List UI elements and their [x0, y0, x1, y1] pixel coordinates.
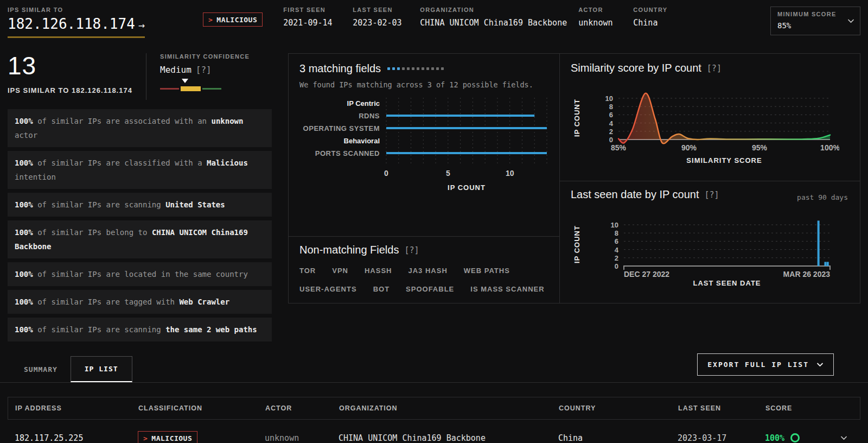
similarity-statement: 100% of similar IPs are tagged with Web …	[8, 290, 272, 314]
similarity-statement: 100% of similar IPs are scanning United …	[8, 193, 272, 217]
last-seen-value: 2023-02-03	[353, 18, 411, 28]
similarity-chart-help-icon[interactable]: [?]	[707, 64, 722, 73]
svg-text:IP Centric: IP Centric	[347, 99, 380, 107]
col-score: SCORE	[765, 404, 825, 412]
matched-field-dot	[397, 67, 400, 70]
tag-row: USER-AGENTSBOTSPOOFABLEIS MASS SCANNER	[299, 285, 548, 293]
matching-fields-chart: IP CentricRDNSOPERATING SYSTEMBehavioral…	[299, 94, 548, 195]
svg-text:LAST SEEN DATE: LAST SEEN DATE	[693, 279, 761, 287]
badge-arrow-icon: >	[208, 16, 213, 24]
malicious-badge: >MALICIOUS	[138, 431, 197, 443]
last-seen-chart: 1086420DEC 27 2022MAR 26 2023LAST SEEN D…	[571, 206, 849, 291]
unmatched-field-dot	[402, 67, 405, 70]
export-full-ip-list-button[interactable]: EXPORT FULL IP LIST	[697, 353, 834, 376]
meter-medium-segment	[181, 86, 201, 91]
target-ip-value: 182.126.118.174	[8, 16, 135, 32]
matching-fields-panel: 3 matching fields We found IPs matching …	[289, 54, 560, 303]
svg-text:90%: 90%	[681, 143, 697, 152]
confidence-label: SIMILARITY CONFIDENCE	[160, 53, 250, 60]
similar-count-stat: 13 IPS SIMILAR TO 182.126.118.174	[8, 53, 146, 100]
unmatched-field-dot	[412, 67, 414, 70]
similar-count-caption: IPS SIMILAR TO 182.126.118.174	[8, 86, 146, 94]
svg-text:0: 0	[609, 136, 613, 144]
first-seen-value: 2021-09-14	[283, 18, 344, 28]
open-ip-link-icon[interactable]: →	[138, 18, 145, 31]
col-country: COUNTRY	[559, 404, 678, 412]
non-matching-field-tag: VPN	[332, 267, 348, 275]
table-header: IP ADDRESS CLASSIFICATION ACTOR ORGANIZA…	[8, 397, 860, 420]
vertical-divider	[146, 53, 146, 100]
non-matching-field-tag: TOR	[299, 267, 316, 275]
matching-fields-title-row: 3 matching fields	[299, 62, 548, 75]
target-ip: 182.126.118.174→	[8, 14, 145, 38]
ip-header: IPS SIMILAR TO 182.126.118.174→ >MALICIO…	[0, 0, 868, 39]
actor-value: unknown	[578, 18, 624, 28]
svg-text:MAR 26 2023: MAR 26 2023	[783, 270, 831, 279]
svg-text:4: 4	[609, 119, 614, 128]
chevron-down-icon	[840, 436, 847, 440]
row-expand-button[interactable]	[840, 436, 847, 440]
svg-text:5: 5	[446, 169, 450, 178]
similar-count: 13	[8, 53, 146, 78]
table-body: 182.117.25.225>MALICIOUSunknownCHINA UNI…	[8, 420, 860, 443]
tab-ip-list[interactable]: IP LIST	[71, 356, 132, 382]
stat-row: 13 IPS SIMILAR TO 182.126.118.174 SIMILA…	[8, 53, 272, 100]
analysis-panels: 3 matching fields We found IPs matching …	[288, 53, 860, 303]
country-value: China	[633, 18, 667, 28]
ips-similar-to-label: IPS SIMILAR TO	[8, 7, 203, 13]
matching-fields-title: 3 matching fields	[299, 62, 381, 75]
non-matching-field-tag: WEB PATHS	[464, 267, 510, 275]
non-matching-field-tag: USER-AGENTS	[299, 285, 357, 293]
row-actor: unknown	[265, 433, 339, 443]
svg-text:10: 10	[611, 221, 618, 229]
non-matching-help-icon[interactable]: [?]	[404, 245, 419, 255]
non-matching-field-tag: JA3 HASH	[408, 267, 447, 275]
last-seen-field: LAST SEEN 2023-02-03	[353, 7, 411, 28]
table-row[interactable]: 182.117.25.225>MALICIOUSunknownCHINA UNI…	[8, 420, 860, 443]
unmatched-field-dot	[417, 67, 419, 70]
tabs-row: SUMMARY IP LIST EXPORT FULL IP LIST	[0, 355, 868, 383]
svg-text:0: 0	[384, 169, 388, 178]
non-matching-field-tag: IS MASS SCANNER	[470, 285, 544, 293]
first-seen-label: FIRST SEEN	[283, 7, 344, 13]
svg-text:IP COUNT: IP COUNT	[448, 183, 486, 192]
svg-text:10: 10	[506, 169, 514, 178]
row-last-seen: 2023-03-17	[678, 433, 765, 443]
row-organization: CHINA UNICOM China169 Backbone	[339, 433, 558, 443]
confidence-help-icon[interactable]: [?]	[196, 65, 212, 75]
svg-text:2: 2	[615, 254, 618, 262]
past-90-days-note: past 90 days	[797, 193, 848, 201]
badge-label: MALICIOUS	[216, 16, 257, 24]
similarity-statement: 100% of similar IPs are scanning the sam…	[8, 318, 272, 341]
tab-summary[interactable]: SUMMARY	[16, 357, 65, 382]
unmatched-field-dot	[431, 67, 434, 70]
matching-dots	[387, 67, 446, 70]
export-button-label: EXPORT FULL IP LIST	[707, 360, 809, 369]
similarity-statement: 100% of similar IPs belong to CHINA UNIC…	[8, 220, 272, 258]
non-matching-field-tag: SPOOFABLE	[406, 285, 454, 293]
minimum-score-dropdown[interactable]: MINIMUM SCORE 85%	[770, 7, 860, 35]
matched-field-dot	[387, 67, 390, 70]
non-matching-title-row: Non-matching Fields [?]	[299, 244, 548, 256]
minimum-score-value: 85%	[777, 21, 844, 30]
non-matching-tags: TORVPNHASSHJA3 HASHWEB PATHSUSER-AGENTSB…	[299, 267, 548, 293]
row-classification: >MALICIOUS	[138, 431, 265, 443]
last-seen-label: LAST SEEN	[353, 7, 411, 13]
svg-text:85%: 85%	[611, 143, 627, 152]
unmatched-field-dot	[426, 67, 429, 70]
svg-text:SIMILARITY SCORE: SIMILARITY SCORE	[686, 156, 762, 164]
col-ip-address: IP ADDRESS	[8, 404, 138, 412]
confidence-value-line: Medium[?]	[160, 65, 250, 75]
svg-text:RDNS: RDNS	[359, 112, 380, 120]
non-matching-field-tag: HASSH	[365, 267, 392, 275]
svg-text:95%: 95%	[752, 143, 768, 152]
badge-arrow-icon: >	[143, 434, 148, 442]
ip-list-table: IP ADDRESS CLASSIFICATION ACTOR ORGANIZA…	[8, 397, 860, 443]
statement-list: 100% of similar IPs are associated with …	[8, 109, 272, 341]
lastseen-chart-help-icon[interactable]: [?]	[704, 190, 719, 200]
organization-value: CHINA UNICOM China169 Backbone	[420, 18, 570, 28]
non-matching-field-tag: BOT	[373, 285, 390, 293]
svg-text:DEC 27 2022: DEC 27 2022	[624, 270, 669, 279]
unmatched-field-dot	[436, 67, 439, 70]
tag-row: TORVPNHASSHJA3 HASHWEB PATHS	[299, 267, 548, 275]
